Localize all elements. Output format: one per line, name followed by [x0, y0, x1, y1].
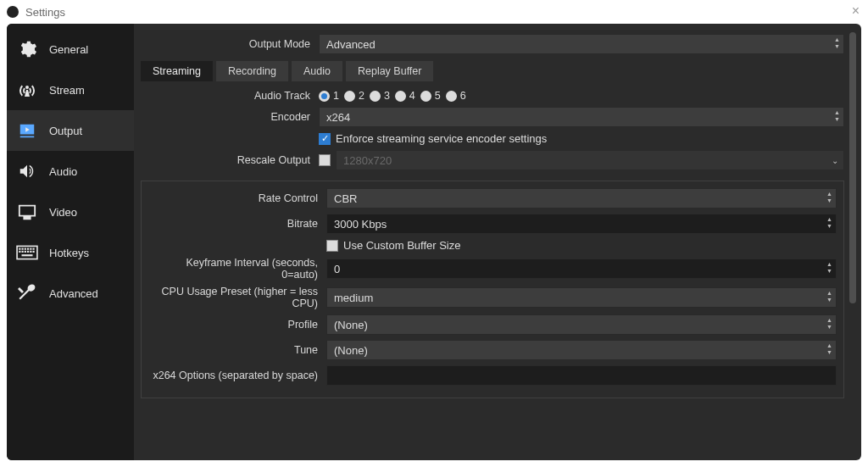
sidebar-item-label: Stream: [49, 84, 85, 97]
x264-options-input[interactable]: [326, 365, 837, 386]
svg-rect-3: [25, 248, 26, 250]
audio-track-group: 1 2 3 4 5 6: [319, 90, 844, 102]
audio-track-radio-1[interactable]: [319, 91, 330, 102]
audio-track-radio-3[interactable]: [370, 91, 381, 102]
encoder-settings-panel: Rate Control CBR ▲▼ Bitrate 3000 Kbps ▲▼: [141, 181, 844, 398]
audio-track-radio-5[interactable]: [420, 91, 431, 102]
sidebar-item-label: Video: [49, 206, 77, 219]
sidebar-item-label: Output: [49, 125, 82, 137]
keyframe-input[interactable]: 0 ▲▼: [326, 259, 837, 279]
enforce-checkbox[interactable]: ✓: [319, 133, 331, 145]
antenna-icon: [15, 80, 39, 100]
svg-rect-7: [19, 251, 20, 253]
close-icon[interactable]: ×: [852, 3, 860, 19]
bitrate-input[interactable]: 3000 Kbps ▲▼: [326, 214, 837, 234]
spinner-icon: ▲▼: [826, 191, 832, 204]
sidebar: General Stream Output Audio Video: [7, 24, 134, 460]
tab-replay-buffer[interactable]: Replay Buffer: [346, 61, 434, 81]
custom-buffer-checkbox[interactable]: [326, 240, 338, 252]
spinner-icon: ▲▼: [834, 109, 840, 123]
output-mode-label: Output Mode: [141, 38, 319, 50]
encoder-select[interactable]: x264 ▲▼: [319, 107, 844, 127]
sidebar-item-general[interactable]: General: [7, 29, 134, 69]
monitor-icon: [15, 203, 39, 221]
svg-rect-2: [22, 248, 24, 250]
window-title: Settings: [25, 6, 65, 19]
sidebar-item-stream[interactable]: Stream: [7, 69, 134, 110]
profile-label: Profile: [148, 319, 326, 331]
tune-select[interactable]: (None) ▲▼: [326, 340, 837, 360]
sidebar-item-hotkeys[interactable]: Hotkeys: [7, 232, 134, 273]
sidebar-item-advanced[interactable]: Advanced: [7, 273, 134, 314]
output-mode-value: Advanced: [326, 38, 376, 51]
output-mode-select[interactable]: Advanced ▲▼: [319, 34, 844, 54]
chevron-down-icon: ⌄: [832, 156, 838, 165]
rescale-placeholder: 1280x720: [343, 154, 392, 167]
sidebar-item-label: Advanced: [49, 287, 98, 300]
spinner-icon: ▲▼: [826, 290, 832, 303]
x264-options-label: x264 Options (separated by space): [148, 370, 326, 381]
spinner-icon: ▲▼: [826, 216, 832, 230]
rescale-checkbox[interactable]: [319, 154, 331, 166]
audio-track-radio-4[interactable]: [395, 91, 406, 102]
svg-rect-11: [30, 251, 31, 253]
sidebar-item-audio[interactable]: Audio: [7, 151, 134, 192]
svg-rect-12: [33, 251, 35, 253]
main-panel: Output Mode Advanced ▲▼ Streaming Record…: [134, 24, 861, 460]
gear-icon: [15, 39, 39, 59]
keyframe-label: Keyframe Interval (seconds, 0=auto): [148, 257, 326, 281]
svg-rect-8: [22, 251, 24, 253]
audio-track-radio-2[interactable]: [344, 91, 355, 102]
bitrate-value: 3000 Kbps: [334, 218, 387, 231]
svg-rect-13: [22, 254, 33, 256]
svg-rect-6: [33, 248, 35, 250]
encoder-label: Encoder: [141, 111, 319, 123]
titlebar: Settings ×: [0, 0, 868, 24]
rate-control-value: CBR: [334, 192, 357, 205]
sidebar-item-label: Hotkeys: [49, 247, 89, 259]
scrollbar-thumb[interactable]: [849, 32, 856, 303]
sidebar-item-video[interactable]: Video: [7, 192, 134, 232]
svg-rect-5: [30, 248, 31, 250]
sidebar-item-output[interactable]: Output: [7, 110, 134, 151]
spinner-icon: ▲▼: [826, 317, 832, 331]
audio-track-radio-6[interactable]: [446, 91, 457, 102]
spinner-icon: ▲▼: [826, 342, 832, 356]
profile-select[interactable]: (None) ▲▼: [326, 314, 837, 335]
tabs: Streaming Recording Audio Replay Buffer: [141, 61, 844, 81]
tune-value: (None): [334, 344, 368, 357]
custom-buffer-label: Use Custom Buffer Size: [343, 239, 460, 252]
scrollbar[interactable]: [849, 32, 856, 448]
svg-rect-10: [27, 251, 29, 253]
rescale-select[interactable]: 1280x720 ⌄: [336, 150, 844, 170]
svg-rect-9: [25, 251, 26, 253]
bitrate-label: Bitrate: [148, 218, 326, 230]
svg-rect-1: [19, 248, 20, 250]
rate-control-label: Rate Control: [148, 192, 326, 204]
tune-label: Tune: [148, 344, 326, 356]
sidebar-item-label: Audio: [49, 165, 77, 178]
spinner-icon: ▲▼: [834, 36, 840, 50]
keyboard-icon: [15, 244, 39, 261]
speaker-icon: [15, 162, 39, 181]
tab-streaming[interactable]: Streaming: [141, 61, 213, 81]
app-icon: [7, 6, 19, 18]
profile-value: (None): [334, 319, 368, 331]
tab-audio[interactable]: Audio: [292, 61, 342, 81]
audio-track-label: Audio Track: [141, 90, 319, 102]
settings-window: General Stream Output Audio Video: [7, 24, 861, 460]
cpu-preset-value: medium: [334, 292, 373, 304]
output-icon: [15, 121, 39, 140]
svg-rect-4: [27, 248, 29, 250]
enforce-label: Enforce streaming service encoder settin…: [336, 132, 547, 145]
cpu-preset-select[interactable]: medium ▲▼: [326, 287, 837, 308]
spinner-icon: ▲▼: [826, 261, 832, 275]
tab-recording[interactable]: Recording: [216, 61, 288, 81]
encoder-value: x264: [326, 111, 350, 124]
rate-control-select[interactable]: CBR ▲▼: [326, 188, 837, 208]
keyframe-value: 0: [334, 263, 340, 275]
tools-icon: [15, 283, 39, 303]
cpu-preset-label: CPU Usage Preset (higher = less CPU): [148, 286, 326, 309]
sidebar-item-label: General: [49, 43, 88, 56]
rescale-label: Rescale Output: [141, 154, 319, 166]
